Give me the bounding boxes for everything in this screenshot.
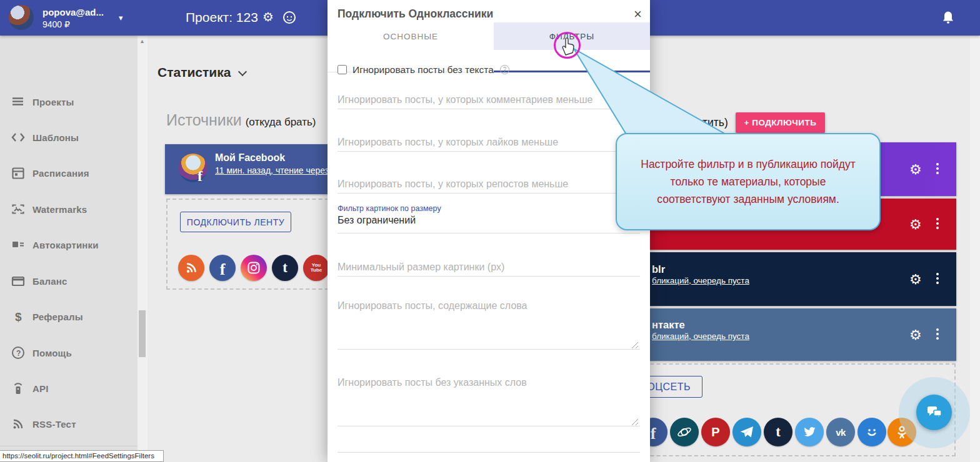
facebook-icon[interactable]: f	[209, 255, 236, 281]
gear-icon[interactable]: ⚙	[909, 272, 922, 288]
gear-icon[interactable]: ⚙	[909, 162, 922, 178]
sidebar-item-projects[interactable]: Проекты	[0, 89, 138, 114]
facebook-source-status-link[interactable]: 11 мин. назад, чтение через	[215, 165, 329, 175]
calendar-icon	[11, 165, 26, 180]
user-avatar[interactable]	[9, 5, 34, 30]
image-icon	[11, 202, 26, 217]
project-settings-gear-icon[interactable]: ⚙	[262, 10, 274, 24]
hand-cursor-icon	[559, 35, 578, 56]
ignore-no-text-label: Игнорировать посты без текста	[352, 64, 494, 76]
close-icon[interactable]: ×	[634, 6, 642, 22]
chevron-down-icon	[238, 67, 247, 76]
card-title-fragment: blr	[652, 263, 665, 275]
image-filter-label: Фильтр картинок по размеру	[338, 204, 441, 213]
tumblr-icon[interactable]: t	[272, 255, 298, 281]
facebook-source-card[interactable]: f Мой Facebook 11 мин. назад, чтение чер…	[165, 144, 346, 194]
sidebar-item-schedules[interactable]: Расписания	[0, 160, 138, 185]
kebab-menu-icon[interactable]	[936, 273, 939, 286]
chat-widget-button[interactable]	[916, 395, 952, 430]
antenna-icon	[11, 381, 26, 396]
sources-hint: (откуда брать)	[246, 116, 316, 128]
sidebar-nav: Проекты Шаблоны Расписания Watermarks Ав…	[0, 36, 138, 462]
tab-basic[interactable]: ОСНОВНЫЕ	[328, 22, 494, 50]
twitter-icon[interactable]	[795, 418, 824, 446]
page-scrollbar[interactable]	[970, 36, 980, 462]
kebab-menu-icon[interactable]	[936, 328, 939, 342]
connect-odnoklassniki-dialog: Подключить Одноклассники × ОСНОВНЫЕ ФИЛЬ…	[328, 0, 650, 462]
notifications-bell-icon[interactable]	[941, 9, 956, 26]
active-tab-indicator	[494, 71, 650, 72]
chat-bubbles-icon	[925, 403, 944, 422]
sidebar-item-autoimages[interactable]: Автокартинки	[0, 232, 138, 257]
card-queue-link[interactable]: бликаций, очередь пуста	[652, 276, 749, 285]
svg-text:?: ?	[16, 349, 21, 358]
moymir-icon[interactable]	[858, 418, 886, 446]
sources-title: Источники	[166, 111, 242, 129]
code-icon	[11, 130, 26, 145]
card-queue-link[interactable]: бликаций, очередь пуста	[652, 332, 749, 341]
user-menu-caret-icon[interactable]: ▾	[119, 13, 123, 22]
tooltip-text: Настройте фильтр и в публикацию пойдут т…	[638, 155, 858, 208]
project-title: Проект: 123	[186, 10, 258, 25]
tooltip-bubble: Настройте фильтр и в публикацию пойдут т…	[616, 133, 881, 230]
rss-icon	[11, 416, 26, 431]
targets-heading-fragment: тить)	[702, 116, 728, 129]
sidebar-item-watermarks[interactable]: Watermarks	[0, 197, 138, 222]
help-icon[interactable]: ?	[500, 65, 509, 74]
image-filter-select[interactable]: Без ограничений	[338, 215, 640, 233]
sidebar-item-balance[interactable]: Баланс	[0, 268, 138, 293]
facebook-source-title: Мой Facebook	[215, 152, 285, 164]
gear-icon[interactable]: ⚙	[909, 327, 922, 343]
dollar-icon: $	[11, 309, 26, 324]
scrollbar-thumb[interactable]	[139, 310, 146, 357]
facebook-badge-icon: f	[198, 168, 202, 185]
extra-filter-input[interactable]	[338, 434, 640, 453]
ignore-without-words-textarea[interactable]	[338, 373, 640, 426]
ignore-with-words-textarea[interactable]	[338, 297, 640, 350]
user-email: popova@ad...	[42, 7, 104, 17]
connect-feed-button[interactable]: ПОДКЛЮЧИТЬ ЛЕНТУ	[180, 212, 291, 232]
sidebar-item-api[interactable]: API	[0, 376, 138, 401]
livejournal-icon[interactable]	[670, 418, 699, 446]
sidebar-item-rss-test[interactable]: RSS-Тест	[0, 411, 138, 436]
image-list-icon	[11, 237, 26, 252]
tumblr-icon[interactable]: t	[764, 418, 792, 446]
app-root: Статистика Источники(откуда брать) f Мой…	[0, 0, 980, 462]
min-comments-input[interactable]	[338, 91, 640, 109]
vk-icon[interactable]: vk	[826, 418, 855, 446]
sidebar-item-help[interactable]: ? Помощь	[0, 340, 138, 365]
sidebar-item-referrals[interactable]: $ Рефералы	[0, 304, 138, 329]
card-title-fragment: нтакте	[652, 319, 685, 331]
ignore-no-text-checkbox[interactable]	[338, 65, 347, 74]
status-bar-url: https://seolit.ru/project.html#FeedSetti…	[0, 450, 164, 462]
project-face-icon[interactable]	[282, 11, 296, 24]
connect-social-button[interactable]: + ПОДКЛЮЧИТЬ	[736, 112, 825, 133]
min-reposts-input[interactable]	[338, 175, 640, 194]
dialog-title: Подключить Одноклассники	[338, 7, 493, 21]
min-image-size-input[interactable]	[338, 258, 640, 277]
list-icon	[11, 94, 26, 109]
sidebar-divider	[0, 446, 138, 446]
rss-icon[interactable]	[178, 255, 204, 281]
sidebar-scrollbar[interactable]: ▲	[138, 36, 148, 462]
youtube-icon[interactable]: YouTube	[303, 255, 329, 281]
stats-heading-label: Статистика	[158, 65, 231, 79]
telegram-icon[interactable]	[732, 418, 761, 446]
kebab-menu-icon[interactable]	[936, 163, 939, 176]
instagram-icon[interactable]	[241, 255, 267, 281]
pinterest-icon[interactable]: P	[701, 418, 730, 446]
user-balance: 9400 ₽	[42, 19, 70, 29]
sidebar-item-templates[interactable]: Шаблоны	[0, 125, 138, 150]
min-likes-input[interactable]	[338, 133, 640, 152]
stats-heading[interactable]: Статистика	[158, 65, 246, 80]
sources-heading: Источники(откуда брать)	[166, 111, 316, 129]
facebook-source-avatar	[179, 154, 208, 182]
dialog-tabs: ОСНОВНЫЕ ФИЛЬТРЫ	[328, 22, 650, 50]
gear-icon[interactable]: ⚙	[909, 217, 922, 233]
card-icon	[11, 273, 26, 288]
question-icon: ?	[11, 345, 26, 360]
svg-text:$: $	[15, 310, 22, 323]
scroll-up-icon[interactable]: ▲	[139, 38, 145, 44]
kebab-menu-icon[interactable]	[936, 218, 939, 231]
